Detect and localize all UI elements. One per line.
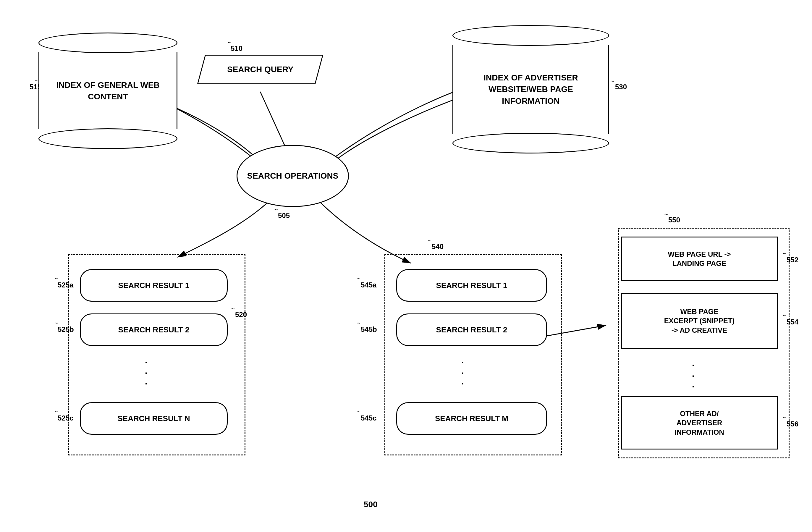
tilde-505: ~: [274, 206, 278, 213]
advertiser-result-2: SEARCH RESULT 2: [396, 314, 547, 346]
general-result-n: SEARCH RESULT N: [80, 402, 228, 435]
ref-525c: 525c: [58, 414, 73, 422]
ad-info-dots: ...: [692, 358, 694, 390]
figure-number: 500: [364, 500, 378, 509]
general-dots: ...: [145, 355, 147, 387]
ad-info-url-label: WEB PAGE URL ->LANDING PAGE: [668, 249, 731, 268]
ref-550: 550: [668, 216, 680, 224]
index-advertiser-label: INDEX OF ADVERTISER WEBSITE/WEB PAGE INF…: [459, 72, 602, 107]
ref-510: 510: [231, 44, 243, 53]
advertiser-result-m: SEARCH RESULT M: [396, 402, 547, 435]
ref-520: 520: [235, 311, 247, 319]
advertiser-dots: ...: [461, 355, 464, 387]
ref-554: 554: [786, 318, 798, 326]
tilde-556: ~: [783, 415, 786, 421]
tilde-510: ~: [228, 39, 231, 46]
tilde-545b: ~: [357, 320, 361, 327]
search-query-label: SEARCH QUERY: [227, 65, 294, 74]
ref-540: 540: [432, 243, 444, 251]
ref-525b: 525b: [58, 325, 74, 334]
general-result-1-label: SEARCH RESULT 1: [118, 281, 190, 290]
ref-525a: 525a: [58, 281, 73, 289]
general-result-1: SEARCH RESULT 1: [80, 269, 228, 302]
ad-info-other-label: OTHER AD/ADVERTISERINFORMATION: [675, 409, 724, 437]
tilde-545a: ~: [357, 276, 361, 282]
search-query-box: SEARCH QUERY: [197, 55, 323, 84]
tilde-540: ~: [428, 238, 432, 244]
ref-545a: 545a: [361, 281, 376, 289]
advertiser-result-1-label: SEARCH RESULT 1: [436, 281, 507, 290]
tilde-545c: ~: [357, 409, 361, 415]
advertiser-result-m-label: SEARCH RESULT M: [435, 414, 508, 423]
general-result-n-label: SEARCH RESULT N: [117, 414, 190, 423]
tilde-550: ~: [665, 211, 668, 218]
advertiser-result-1: SEARCH RESULT 1: [396, 269, 547, 302]
general-result-2-label: SEARCH RESULT 2: [118, 325, 190, 334]
ref-545c: 545c: [361, 414, 376, 422]
tilde-530: ~: [611, 78, 614, 85]
ad-info-other: OTHER AD/ADVERTISERINFORMATION: [621, 396, 778, 449]
advertiser-result-2-label: SEARCH RESULT 2: [436, 325, 507, 334]
search-operations-ellipse: SEARCH OPERATIONS: [236, 145, 349, 207]
ref-530: 530: [615, 83, 627, 91]
ad-info-snippet-label: WEB PAGEEXCERPT (SNIPPET)-> AD CREATIVE: [664, 307, 735, 335]
general-result-2: SEARCH RESULT 2: [80, 314, 228, 346]
ref-552: 552: [786, 256, 798, 264]
tilde-520: ~: [231, 305, 235, 312]
diagram-container: INDEX OF GENERAL WEB CONTENT 515 ~ SEARC…: [0, 0, 812, 532]
index-general-label: INDEX OF GENERAL WEB CONTENT: [45, 79, 171, 102]
ref-545b: 545b: [361, 325, 377, 334]
tilde-525a: ~: [55, 276, 58, 282]
ad-info-url: WEB PAGE URL ->LANDING PAGE: [621, 236, 778, 281]
ref-556: 556: [786, 420, 798, 428]
tilde-515: ~: [35, 77, 39, 84]
index-general-cylinder: INDEX OF GENERAL WEB CONTENT: [39, 32, 177, 149]
search-operations-label: SEARCH OPERATIONS: [247, 171, 338, 181]
tilde-525b: ~: [55, 320, 58, 327]
index-advertiser-cylinder: INDEX OF ADVERTISER WEBSITE/WEB PAGE INF…: [452, 25, 609, 154]
ref-505: 505: [278, 212, 290, 220]
ad-info-snippet: WEB PAGEEXCERPT (SNIPPET)-> AD CREATIVE: [621, 293, 778, 349]
tilde-525c: ~: [55, 409, 58, 415]
tilde-552: ~: [783, 251, 786, 257]
tilde-554: ~: [783, 313, 786, 319]
